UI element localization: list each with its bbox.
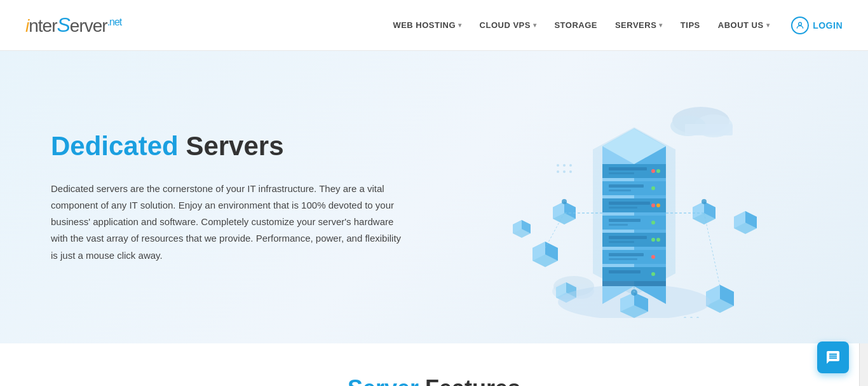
svg-marker-43 — [602, 216, 666, 230]
chat-button[interactable] — [817, 341, 849, 373]
svg-rect-54 — [609, 258, 637, 260]
svg-point-55 — [651, 255, 655, 259]
svg-point-32 — [651, 169, 655, 173]
svg-rect-48 — [609, 236, 647, 239]
hero-section: Dedicated Servers Dedicated servers are … — [0, 51, 868, 343]
chevron-down-icon: ▾ — [533, 22, 537, 29]
svg-marker-52 — [602, 250, 666, 264]
svg-rect-53 — [609, 253, 644, 256]
svg-line-76 — [704, 213, 720, 286]
main-nav: WEB HOSTING ▾ CLOUD VPS ▾ STORAGE SERVER… — [386, 15, 843, 35]
svg-point-33 — [656, 169, 660, 173]
svg-point-78 — [563, 164, 566, 167]
svg-point-77 — [557, 164, 559, 167]
nav-tips[interactable]: TIPS — [674, 15, 707, 35]
svg-point-42 — [656, 203, 660, 207]
hero-content: Dedicated Servers Dedicated servers are … — [51, 130, 432, 264]
svg-rect-57 — [609, 270, 641, 273]
svg-point-82 — [569, 170, 572, 173]
svg-point-79 — [569, 164, 572, 167]
hero-illustration — [432, 76, 817, 318]
svg-rect-49 — [609, 241, 634, 243]
chevron-down-icon: ▾ — [458, 22, 462, 29]
hero-description: Dedicated servers are the cornerstone of… — [51, 181, 407, 264]
hero-title: Dedicated Servers — [51, 130, 432, 162]
svg-point-63 — [562, 199, 567, 204]
logo-s: S — [57, 13, 69, 36]
svg-point-84 — [690, 317, 693, 318]
chevron-down-icon: ▾ — [659, 22, 663, 29]
svg-point-67 — [702, 199, 707, 204]
svg-marker-34 — [602, 181, 666, 195]
svg-rect-30 — [609, 167, 647, 170]
logo-dotnet: .net — [107, 17, 122, 27]
svg-rect-45 — [609, 224, 628, 226]
svg-point-50 — [651, 238, 655, 242]
nav-cloud-vps[interactable]: CLOUD VPS ▾ — [473, 15, 543, 35]
user-icon — [791, 17, 809, 34]
nav-about-us[interactable]: ABOUT US ▾ — [712, 15, 776, 35]
features-section: Server Features — [0, 343, 868, 386]
logo-erver: erver — [70, 16, 107, 36]
nav-web-hosting[interactable]: WEB HOSTING ▾ — [386, 15, 468, 35]
svg-point-85 — [696, 317, 699, 318]
svg-point-81 — [563, 170, 566, 173]
svg-rect-36 — [609, 190, 631, 191]
svg-rect-40 — [609, 207, 637, 209]
logo-nter: nter — [29, 16, 57, 36]
chevron-down-icon: ▾ — [766, 22, 770, 29]
svg-rect-44 — [609, 219, 641, 222]
server-illustration — [472, 76, 777, 318]
svg-rect-35 — [609, 184, 644, 188]
svg-marker-59 — [602, 281, 666, 286]
svg-rect-31 — [609, 172, 634, 174]
svg-point-83 — [684, 317, 686, 318]
svg-point-80 — [557, 170, 559, 173]
svg-point-41 — [651, 203, 655, 207]
svg-point-0 — [799, 22, 802, 25]
login-button[interactable]: LOGIN — [791, 17, 843, 34]
chat-icon — [825, 350, 841, 365]
svg-point-46 — [651, 221, 655, 224]
svg-marker-56 — [602, 267, 666, 281]
svg-point-58 — [651, 272, 655, 276]
header: interServer.net WEB HOSTING ▾ CLOUD VPS … — [0, 0, 868, 51]
svg-rect-4 — [685, 124, 733, 135]
nav-servers[interactable]: SERVERS ▾ — [609, 15, 669, 35]
logo[interactable]: interServer.net — [25, 13, 121, 37]
svg-rect-39 — [609, 202, 650, 205]
svg-point-51 — [656, 238, 660, 242]
svg-point-37 — [651, 186, 655, 190]
features-title: Server Features — [25, 375, 843, 386]
nav-storage[interactable]: STORAGE — [548, 15, 604, 35]
